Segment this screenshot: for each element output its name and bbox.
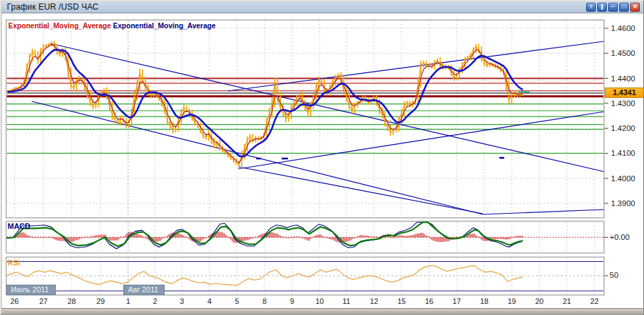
svg-text:1.4000: 1.4000 [611,174,635,183]
svg-text:1.4300: 1.4300 [611,99,635,108]
date-tick-label: 18 [476,297,492,305]
svg-text:1.4100: 1.4100 [611,149,635,157]
window-bottom-strip [1,308,643,315]
date-axis[interactable]: 2627282912345891011121516171819202122 [1,297,644,308]
date-tick-label: 10 [311,297,328,305]
date-tick-label: 29 [92,297,109,305]
svg-text:1.4200: 1.4200 [611,124,635,132]
chart-canvas[interactable]: 1.46001.45001.44001.43001.42001.41001.40… [1,1,644,315]
date-tick-label: 1 [120,297,136,305]
date-tick-label: 4 [201,297,218,305]
date-tick-label: 27 [35,297,52,305]
date-tick-label: 3 [174,297,190,305]
month-marker-july: Июль 2011 [6,285,56,295]
date-tick-label: 22 [586,297,603,305]
svg-text:1.4600: 1.4600 [611,24,635,32]
date-tick-label: 28 [63,297,80,305]
date-tick-label: 5 [229,297,245,305]
date-tick-label: 17 [448,297,465,305]
macd-indicator-label: MACD [8,222,30,230]
macd-zero-axis-label: +0.00 [610,233,630,241]
svg-text:1.4400: 1.4400 [611,74,635,83]
date-tick-label: 8 [256,297,273,305]
date-tick-label: 21 [559,297,575,305]
rsi-indicator-label: RSI [8,258,20,267]
rsi-mid-axis-label: 50 [610,271,619,279]
date-tick-label: 16 [421,297,437,305]
date-tick-label: 19 [503,297,520,305]
svg-text:1.4500: 1.4500 [611,49,635,57]
ema-slow-legend-label: Exponential_Moving_Average [113,21,216,30]
date-tick-label: 2 [147,297,163,305]
date-tick-label: 15 [393,297,410,305]
date-tick-label: 12 [366,297,382,305]
chart-window: График EUR /USD ЧАС ? ∥ − □ ✕ 1.46001.45… [0,0,644,315]
svg-text:1.3900: 1.3900 [611,199,635,207]
date-tick-label: 11 [338,297,355,305]
date-tick-label: 26 [6,297,23,305]
ema-fast-legend-label: Exponential_Moving_Average [8,21,111,30]
date-tick-label: 9 [284,297,300,305]
current-price-badge: 1.4341 [605,88,644,98]
month-marker-august: Авг 2011 [123,285,165,295]
date-tick-label: 20 [531,297,548,305]
